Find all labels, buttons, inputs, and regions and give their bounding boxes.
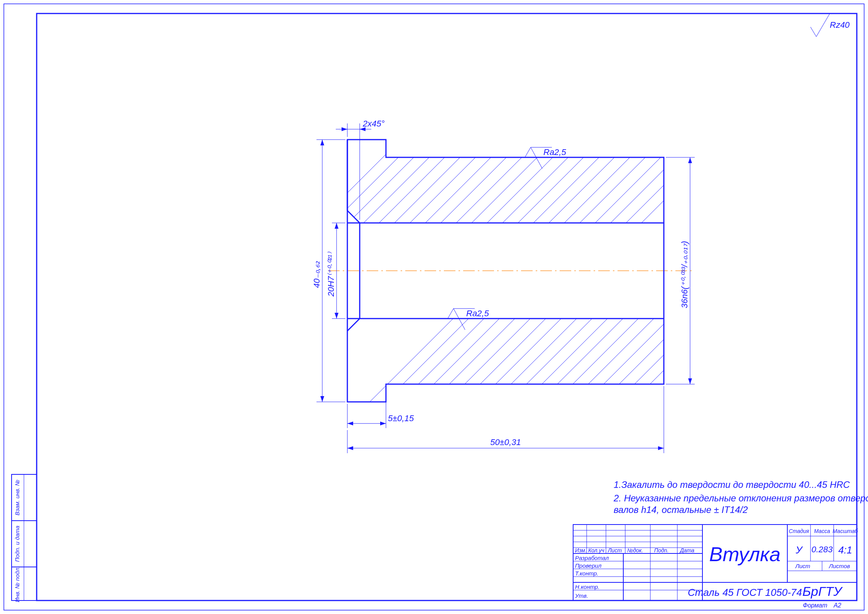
dim-body-od-text: 36n6(⁺⁰·⁰³³/₊₀.₀₁₇) (680, 241, 689, 309)
surface-bore-top-text: Ra2,5 (466, 309, 489, 318)
note-2: 2. Неуказанные предельные отклонения раз… (613, 493, 868, 503)
binding-sidebar: Инв. № подл. Подп. и дата Взам. инв. № (12, 474, 37, 602)
tech-notes: 1.Закалить до твердости до твердости 40.… (613, 479, 868, 515)
surface-global-text: Rz40 (830, 20, 850, 30)
svg-line-31 (355, 309, 509, 463)
tb-format: A2 (833, 602, 841, 609)
tb-mass-hdr: Масса (814, 528, 830, 534)
svg-line-23 (571, 77, 726, 231)
svg-line-2 (347, 211, 360, 223)
dim-flange-od-text: 40₋₀,₆₂ (312, 261, 321, 288)
svg-marker-76 (380, 422, 386, 425)
tb-org: БрГТУ (802, 584, 843, 599)
tb-stage: У (795, 544, 803, 556)
tb-nkontr: Н.контр. (575, 584, 600, 590)
svg-marker-70 (688, 157, 692, 163)
tb-scale: 4:1 (838, 544, 852, 556)
sb-vzam-inv: Взам. инв. № (14, 480, 20, 516)
tb-izm: Изм. (575, 547, 587, 553)
svg-marker-60 (320, 140, 324, 145)
dim-total-len-text: 50±0,31 (490, 437, 521, 447)
svg-marker-66 (335, 313, 338, 319)
tb-sheet-hdr: Лист (795, 563, 810, 569)
svg-marker-65 (335, 223, 338, 229)
tb-material: Сталь 45 ГОСТ 1050-74 (688, 587, 802, 598)
svg-line-22 (556, 77, 710, 231)
tb-podp: Подп. (654, 547, 668, 553)
dim-flange-len-text: 5±0,15 (388, 413, 414, 423)
title-block: Изм. Кол.уч Лист №док. Подп. Дата Разраб… (573, 525, 858, 609)
svg-line-27 (633, 77, 787, 231)
tb-razrab: Разработал (575, 555, 609, 561)
sb-inv-podl: Инв. № подл. (14, 566, 20, 602)
tb-prov: Проверил (575, 562, 602, 569)
svg-marker-81 (658, 446, 664, 450)
surface-global: Rz40 (810, 13, 850, 37)
outer-border (4, 4, 864, 610)
svg-line-30 (340, 309, 494, 463)
svg-marker-71 (688, 378, 692, 384)
tb-mass: 0.283 (811, 545, 833, 554)
svg-line-34 (401, 309, 556, 463)
bushing-section (309, 77, 787, 463)
svg-marker-61 (320, 396, 324, 402)
svg-line-3 (347, 319, 360, 331)
hatch-lower (309, 309, 787, 463)
tb-ndok: №док. (627, 547, 643, 553)
dim-bore-text: 20H7⁽⁺⁰·⁰²¹⁾ (326, 251, 336, 297)
tb-tkontr: Т.контр. (575, 570, 599, 577)
svg-line-26 (618, 77, 772, 231)
sb-podp-data: Подп. и дата (14, 526, 20, 562)
svg-line-28 (309, 309, 463, 463)
tb-sheets-hdr: Листов (829, 563, 850, 569)
dim-flange-len: 5±0,15 (347, 386, 414, 428)
svg-marker-80 (347, 446, 353, 450)
tb-format-label: Формат (803, 602, 827, 609)
surface-body-od-text: Ra2,5 (543, 147, 566, 157)
note-1: 1.Закалить до твердости до твердости 40.… (614, 479, 850, 490)
tb-name: Втулка (709, 543, 780, 565)
tb-data: Дата (679, 547, 694, 553)
note-3: валов h14, остальные ± IT14/2 (614, 504, 748, 515)
svg-marker-75 (347, 422, 353, 425)
tb-scale-hdr: Масштаб (832, 528, 858, 534)
tb-kol: Кол.уч (588, 547, 604, 553)
svg-marker-55 (342, 127, 347, 131)
dim-chamfer-text: 2x45° (362, 119, 385, 128)
tb-utv: Утв. (575, 592, 588, 599)
dim-chamfer: 2x45° (336, 119, 385, 220)
svg-line-25 (602, 77, 756, 231)
tb-list: Лист (607, 547, 622, 553)
tb-stage-hdr: Стадия (789, 528, 809, 534)
